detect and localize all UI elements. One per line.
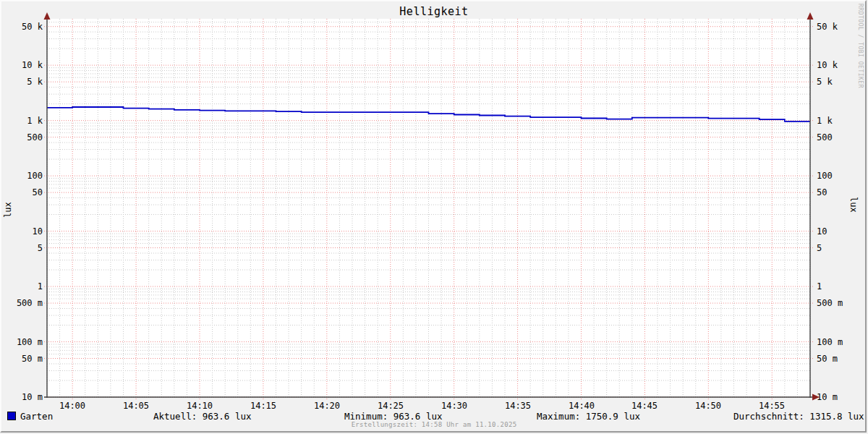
x-tick-label: 14:50 (686, 401, 730, 410)
y-tick-label-left: 10 (0, 227, 43, 236)
x-tick-label: 14:25 (369, 401, 412, 410)
x-tick-label: 14:05 (114, 401, 158, 410)
y-tick-label-left: 100 m (0, 338, 43, 346)
y-tick-label-right: 10 m (817, 393, 838, 401)
y-tick-label-right: 1 (817, 282, 822, 291)
y-tick-label-right: 50 k (817, 22, 838, 31)
x-tick-label: 14:20 (305, 401, 349, 410)
y-tick-label-left: 500 (0, 133, 43, 142)
x-tick-label: 14:00 (51, 401, 94, 410)
y-tick-label-right: 10 (817, 227, 827, 236)
rrdtool-graph-screenshot: { "title": "Helligkeit", "watermark": "R… (0, 0, 868, 434)
y-tick-label-right: 1 k (817, 116, 833, 125)
y-tick-label-left: 500 m (0, 299, 43, 307)
y-tick-label-right: 100 (817, 171, 833, 180)
legend-stat: Minimum: 963.6 lux (344, 411, 442, 422)
x-tick-label: 14:15 (242, 401, 285, 410)
y-tick-label-left: 50 m (0, 354, 43, 363)
rrdtool-watermark: RRDTOOL / TOBI OETIKER (857, 4, 864, 88)
y-tick-label-right: 500 (817, 133, 833, 142)
y-tick-label-left: 1 (0, 282, 43, 291)
x-tick-label: 14:35 (496, 401, 540, 410)
y-tick-label-left: 50 (0, 188, 43, 197)
y-tick-label-right: 500 m (817, 299, 843, 307)
y-tick-label-right: 10 k (817, 61, 838, 69)
y-tick-label-left: 100 (0, 171, 43, 180)
chart-title: Helligkeit (0, 5, 868, 18)
y-tick-label-right: 5 (817, 244, 822, 252)
y-tick-label-left: 10 k (0, 61, 43, 69)
chart-canvas (0, 0, 868, 434)
x-tick-label: 14:40 (560, 401, 603, 410)
y-tick-label-left: 5 (0, 244, 43, 252)
y-tick-label-left: 5 k (0, 77, 43, 86)
x-tick-label: 14:10 (178, 401, 221, 410)
y-tick-label-right: 50 m (817, 354, 838, 363)
legend-stat: Durchschnitt: 1315.8 lux (733, 411, 864, 422)
y-axis-unit-right: lux (848, 197, 859, 213)
y-tick-label-right: 5 k (817, 77, 833, 86)
legend-series-label: Garten (20, 411, 53, 422)
creation-timestamp: Erstellungszeit: 14:58 Uhr am 11.10.2025 (0, 421, 868, 428)
y-tick-label-left: 10 m (0, 393, 43, 401)
y-tick-label-right: 50 (817, 188, 827, 197)
legend-stat: Aktuell: 963.6 lux (153, 411, 251, 422)
y-tick-label-left: 1 k (0, 116, 43, 125)
x-tick-label: 14:45 (623, 401, 666, 410)
y-tick-label-right: 100 m (817, 338, 843, 346)
y-tick-label-left: 50 k (0, 22, 43, 31)
y-axis-unit-left: lux (3, 202, 13, 218)
legend-color-swatch (7, 412, 16, 420)
x-tick-label: 14:30 (433, 401, 476, 410)
legend-stat: Maximum: 1750.9 lux (537, 411, 640, 422)
x-tick-label: 14:55 (750, 401, 793, 410)
